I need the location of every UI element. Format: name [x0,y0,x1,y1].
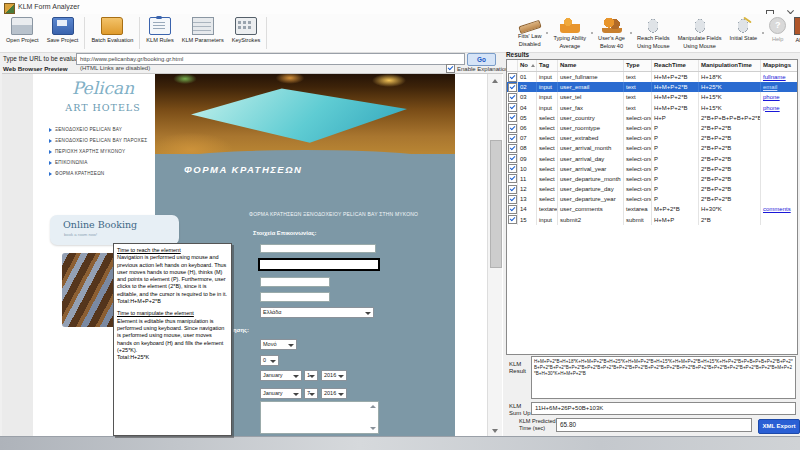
departure-day-select[interactable]: 7 [304,388,318,399]
departure-year-select[interactable]: 2016 [321,388,347,399]
toolbar-button-keystrokes[interactable]: KeyStrokes [228,15,265,45]
table-row[interactable]: 07selectuser_extrabedselect-oneP2*B+P+2*… [507,133,797,143]
sidebar-nav-item[interactable]: ΞΕΝΟΔΟΧΕΙΟ PELICAN BAY ΠΑΡΟΧΕΣ [49,138,161,144]
arrival-day-select[interactable]: 1 [304,370,318,381]
keystrokes-icon [235,17,257,35]
klm-result-box[interactable]: H+M+P+2*B+H+18*K+H+M+P+2*B+H+25*K+H+M+P+… [531,356,796,399]
row-checkbox[interactable] [508,124,517,133]
scroll-up-icon[interactable] [492,79,498,83]
cell-type: text [624,72,652,82]
toolbar-button-help[interactable]: ?Help [765,15,790,44]
comments-textarea[interactable] [260,401,379,434]
column-header-no[interactable]: No [518,60,537,71]
arrival-year-select[interactable]: 2016 [321,370,347,381]
nav-item-label: ΕΠΙΚΟΙΝΩΝΙΑ [55,160,88,166]
row-checkbox[interactable] [508,103,517,112]
toolbar-button-reach-fields[interactable]: Reach FieldsUsing Mouse [633,15,674,51]
row-checkbox[interactable] [508,93,517,102]
table-row[interactable]: 11selectuser_departure_monthselect-oneP2… [507,174,797,184]
row-checkbox[interactable] [508,73,517,82]
row-checkbox[interactable] [508,83,517,92]
toolbar-button-fitts-law[interactable]: Fitts' LawDisabled [514,15,545,49]
toolbar-button-save-project[interactable]: Save Project [43,15,83,45]
table-row[interactable]: 05selectuser_countryselect-oneH+P2*B+P+B… [507,113,797,123]
table-row[interactable]: 13selectuser_departure_yearselect-oneP2*… [507,194,797,204]
row-checkbox[interactable] [508,215,517,224]
row-checkbox[interactable] [508,113,517,122]
toolbar-button-klm-parameters[interactable]: KLM Parameters [178,15,228,45]
url-input[interactable]: http://www.pelicanbay.gr/booking.gr.html [76,53,465,65]
table-row[interactable]: 09selectuser_arrival_dayselect-oneP2*B+P… [507,154,797,164]
browser-scrollbar[interactable] [487,74,502,438]
row-checkbox[interactable] [508,185,517,194]
mapping-link[interactable]: comments [763,206,791,212]
table-row[interactable]: 04inputuser_faxtextH+M+P+2*BH+15*Kphone [507,103,797,113]
extrabed-select[interactable]: 0 [260,355,279,366]
fullname-field[interactable] [260,244,376,253]
row-checkbox[interactable] [508,134,517,143]
cell-no: 11 [518,174,537,184]
row-checkbox[interactable] [508,164,517,173]
sidebar-nav-item[interactable]: ΞΕΝΟΔΟΧΕΙΟ PELICAN BAY [49,127,161,133]
cell-type: select-one [624,133,652,143]
row-checkbox[interactable] [508,195,517,204]
klm-predicted-time-box[interactable]: 65.80 [556,418,752,432]
toolbar-button-initial-state[interactable]: Initial State [725,15,761,43]
site-logo-art-hotels: ART HOTELS [48,102,158,113]
column-header-reachtime[interactable]: ReachTime [652,60,699,71]
toolbar-button-batch-evaluation[interactable]: Batch Evaluation [87,15,137,45]
table-row[interactable]: 10selectuser_arrival_yearselect-oneP2*B+… [507,164,797,174]
toolbar-button-klm-rules[interactable]: KLM Rules [142,15,177,45]
sidebar-nav-item[interactable]: ΦΟΡΜΑ ΚΡΑΤΗΣΕΩΝ [49,171,161,177]
row-checkbox[interactable] [508,174,517,183]
textarea-scroll-down-icon[interactable] [370,427,376,430]
xml-export-button[interactable]: XML Export [758,419,800,434]
country-select[interactable]: Ελλάδα [260,307,374,318]
mapping-link[interactable]: email [763,84,777,90]
row-checkbox[interactable] [508,205,517,214]
table-row[interactable]: 14textareauser_commentstextareaM+P+2*BH+… [507,204,797,214]
tel-field[interactable] [260,277,330,287]
table-row[interactable]: 01inputuser_fullnametextH+M+P+2*BH+18*Kf… [507,72,797,82]
cell-no: 07 [518,133,537,143]
results-label: Results [506,51,529,58]
column-header-manipulationtime[interactable]: ManipulationTime [699,60,761,71]
column-header-type[interactable]: Type [624,60,652,71]
column-header-name[interactable]: Name [558,60,624,71]
klm-sumup-box[interactable]: 11H+6M+26P+50B+103K [531,402,796,415]
toolbar-button-about[interactable]: About... [790,15,800,45]
mapping-link[interactable]: fullname [763,74,786,80]
table-row[interactable]: 12selectuser_departure_dayselect-oneP2*B… [507,184,797,194]
row-checkbox[interactable] [508,154,517,163]
row-checkbox[interactable] [508,144,517,153]
table-row[interactable]: 06selectuser_roomtypeselect-oneP2*B+P+2*… [507,123,797,133]
sidebar-nav-item[interactable]: ΕΠΙΚΟΙΝΩΝΙΑ [49,160,161,166]
departure-month-select[interactable]: January [260,388,302,399]
email-field-highlighted[interactable] [258,258,380,271]
enable-explanation-checkbox[interactable] [446,64,455,73]
column-header-mappings[interactable]: Mappings [761,60,797,71]
sidebar-nav-item[interactable]: ΠΕΡΙΟΧΗ ΧΑΡΤΗΣ ΜΥΚΟΝΟΥ [49,149,161,155]
title-bar: KLM Form Analyzer [0,0,800,15]
cell-tag: input [537,103,558,113]
table-row[interactable]: 03inputuser_teltextH+M+P+2*BH+15*Kphone [507,92,797,102]
toolbar-button-manipulate-fields[interactable]: Manipulate FieldsUsing Mouse [674,15,726,51]
cell-name: user_departure_day [558,184,624,194]
table-row[interactable]: 15inputsubmit2submitH+M+P2*B [507,215,797,225]
toolbar-button-typing-ability[interactable]: Typing AbilityAverage [549,15,590,51]
cell-tag: select [537,113,558,123]
arrival-month-select[interactable]: January [260,370,302,381]
scrollbar-thumb[interactable] [490,140,502,268]
toolbar-button-open-project[interactable]: Open Project [2,15,43,45]
mapping-link[interactable]: phone [763,94,780,100]
column-header-tag[interactable]: Tag [537,60,558,71]
table-row[interactable]: 02inputuser_emailtextH+M+P+2*BH+25*Kemai… [507,82,797,92]
roomtype-select[interactable]: Μονό [260,339,297,350]
mapping-link[interactable]: phone [763,105,780,111]
toolbar-button-users-age[interactable]: User's AgeBelow 40 [594,15,629,51]
table-row[interactable]: 08selectuser_arrival_monthselect-oneP2*B… [507,143,797,153]
scroll-down-icon[interactable] [492,429,498,433]
textarea-scroll-up-icon[interactable] [370,405,376,408]
enable-explanation[interactable]: Enable Explanation [446,64,509,73]
fax-field[interactable] [260,292,330,302]
